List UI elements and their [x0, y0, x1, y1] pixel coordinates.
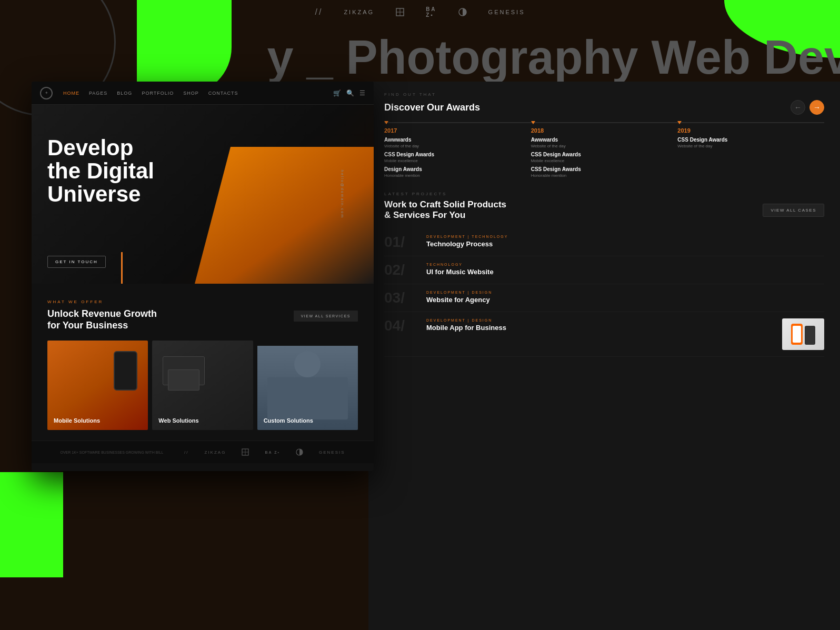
box-icon [395, 7, 405, 17]
mockup-footer-brands: OVER 1K+ SOFTWARE BUSINESSES GROWING WIT… [32, 441, 374, 463]
mobile-device-icon [114, 351, 137, 391]
nav-link-pages[interactable]: PAGES [89, 91, 107, 96]
award-2017-2-sub: Mobile excellence [384, 158, 531, 163]
timeline-col-2018: 2018 Awwwards Website of the day CSS Des… [531, 123, 678, 181]
mockup-nav: ✦ HOME PAGES BLOG PORTFOLIO SHOP CONTACT… [32, 82, 374, 105]
mockup-nav-actions: 🛒 🔍 ☰ [333, 89, 365, 97]
service-card-mobile[interactable]: Mobile Solutions [47, 341, 148, 430]
menu-icon[interactable]: ☰ [359, 89, 365, 97]
nav-link-blog[interactable]: BLOG [117, 91, 132, 96]
nav-link-home[interactable]: HOME [63, 91, 79, 96]
nav-link-contacts[interactable]: CONTACTS [208, 91, 238, 96]
award-2017-1-sub: Website of the day [384, 144, 531, 148]
nav-link-shop[interactable]: SHOP [183, 91, 199, 96]
awards-label: FIND OUT THAT [384, 92, 824, 97]
project-item-02[interactable]: 02/ TECHNOLOGY UI for Music Website [384, 256, 824, 284]
service-card-web[interactable]: Web Solutions [152, 341, 253, 430]
brand-item-baz: BAZ▪ [426, 6, 436, 18]
mockup-nav-links: HOME PAGES BLOG PORTFOLIO SHOP CONTACTS [63, 91, 333, 96]
award-2017-1-name: Awwwards [384, 137, 531, 143]
award-2017-2-name: CSS Design Awards [384, 152, 531, 157]
hero-side-text: hello@domain.com [340, 170, 344, 218]
projects-title: Work to Craft Solid Products & Services … [384, 199, 506, 221]
hero-accent-line [121, 252, 123, 284]
award-2017-3-sub: Honorable mention [384, 173, 531, 178]
phone-orange [791, 324, 803, 345]
bg-text-line1: y _ Photography Web Dev [267, 32, 840, 84]
brand-item-slash: // [315, 7, 323, 17]
brand-item-halfcircle [458, 7, 467, 17]
award-2017-3-name: Design Awards [384, 166, 531, 172]
year-2019: 2019 [677, 127, 824, 134]
mobile-solutions-label: Mobile Solutions [54, 417, 100, 424]
timeline-years: 2017 Awwwards Website of the day CSS Des… [384, 123, 824, 181]
project-name-02: UI for Music Website [426, 268, 824, 276]
project-number-03: 03/ [384, 291, 416, 305]
project-info-04: DEVELOPMENT | DESIGN Mobile App for Busi… [426, 318, 772, 332]
award-2018-3-name: CSS Design Awards [531, 166, 678, 172]
cart-icon[interactable]: 🛒 [333, 89, 341, 97]
project-name-03: Website for Agency [426, 296, 824, 304]
web-solutions-label: Web Solutions [158, 417, 198, 424]
brand-item-genesis: GENESIS [488, 9, 525, 15]
footer-brand-zikzag: ZIKZAG [205, 450, 226, 455]
nav-link-portfolio[interactable]: PORTFOLIO [142, 91, 174, 96]
project-info-03: DEVELOPMENT | DESIGN Website for Agency [426, 291, 824, 304]
award-2018-2-sub: Mobile excellence [531, 158, 678, 163]
footer-brand-genesis: GENESIS [319, 450, 345, 455]
project-name-04: Mobile App for Business [426, 324, 772, 332]
project-item-04[interactable]: 04/ DEVELOPMENT | DESIGN Mobile App for … [384, 312, 824, 357]
year-2018: 2018 [531, 127, 678, 134]
awards-header: Discover Our Awards ← → [384, 100, 824, 115]
footer-brand-halfcircle [296, 448, 303, 456]
brand-item-box [395, 7, 405, 17]
award-2018-1-sub: Website of the day [531, 144, 678, 148]
view-all-services-button[interactable]: VIEW ALL SERVICES [294, 311, 358, 322]
brand-item-zikzag: ZIKZAG [344, 9, 374, 15]
project-item-01[interactable]: 01/ DEVELOPMENT | TECHNOLOGY Technology … [384, 228, 824, 256]
hero-title: Develop the Digital Universe [47, 136, 154, 206]
brand-name-zikzag: ZIKZAG [344, 9, 374, 15]
year-2017: 2017 [384, 127, 531, 134]
hero-content: Develop the Digital Universe [47, 136, 154, 206]
brand-name-genesis: GENESIS [488, 9, 525, 15]
project-category-04: DEVELOPMENT | DESIGN [426, 318, 772, 322]
footer-promo-text: OVER 1K+ SOFTWARE BUSINESSES GROWING WIT… [60, 451, 163, 454]
phones-thumbnail [782, 318, 824, 350]
award-2019-1-name: CSS Design Awards [677, 137, 824, 143]
bg-green-bottom-decoration [0, 472, 63, 577]
award-2018-3-sub: Honorable mention [531, 173, 678, 178]
awards-timeline: 2017 Awwwards Website of the day CSS Des… [384, 122, 824, 181]
awards-next-button[interactable]: → [809, 100, 824, 115]
project-thumb-04 [782, 318, 824, 350]
services-label: WHAT WE OFFER [47, 299, 358, 304]
projects-header: Work to Craft Solid Products & Services … [384, 199, 824, 221]
mobile-card-bg [47, 341, 148, 430]
award-2019-1-sub: Website of the day [677, 144, 824, 148]
custom-solutions-label: Custom Solutions [264, 417, 313, 424]
awards-nav: ← → [791, 100, 824, 115]
award-2018-2-name: CSS Design Awards [531, 152, 678, 157]
view-all-cases-button[interactable]: VIEW ALL CASES [763, 204, 824, 217]
project-list: 01/ DEVELOPMENT | TECHNOLOGY Technology … [384, 228, 824, 357]
logo-symbol: ✦ [45, 91, 48, 95]
project-number-04: 04/ [384, 318, 416, 333]
phone-dark [805, 326, 815, 345]
awards-prev-button[interactable]: ← [791, 100, 805, 115]
hero-cta-button[interactable]: GET IN TOUCH [47, 256, 106, 268]
project-category-03: DEVELOPMENT | DESIGN [426, 291, 824, 294]
footer-box-icon [242, 448, 249, 456]
projects-label: LATEST PROJECTS [384, 192, 824, 196]
projects-section: LATEST PROJECTS Work to Craft Solid Prod… [384, 192, 824, 357]
project-number-02: 02/ [384, 263, 416, 277]
service-card-custom[interactable]: Custom Solutions [257, 341, 358, 430]
mockup-hero: Develop the Digital Universe With every … [32, 105, 374, 284]
project-info-01: DEVELOPMENT | TECHNOLOGY Technology Proc… [426, 235, 824, 248]
project-category-02: TECHNOLOGY [426, 263, 824, 266]
search-icon[interactable]: 🔍 [346, 89, 354, 97]
project-item-03[interactable]: 03/ DEVELOPMENT | DESIGN Website for Age… [384, 284, 824, 312]
footer-halfcircle-icon [296, 448, 303, 456]
services-header: Unlock Revenue Growth for Your Business … [47, 308, 358, 331]
mockup-logo: ✦ [40, 87, 53, 99]
slash-icon: // [315, 7, 323, 17]
